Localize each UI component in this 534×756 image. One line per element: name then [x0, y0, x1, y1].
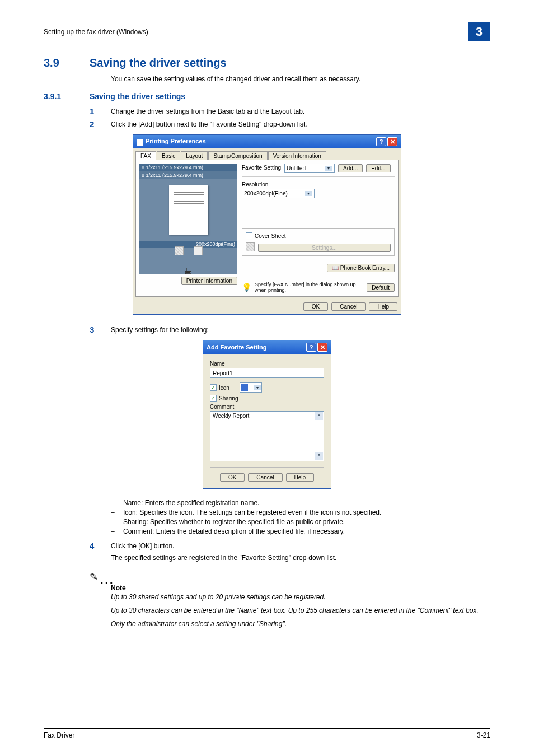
chevron-down-icon: ▾ [254, 385, 261, 390]
sharing-checkbox[interactable]: ✓ [210, 395, 217, 402]
printing-preferences-dialog: Printing Preferences ? ✕ FAX Basic Layou… [133, 134, 401, 315]
file-icon[interactable] [194, 246, 203, 255]
note-icon: ✎ [90, 571, 98, 583]
cancel-button[interactable]: Cancel [248, 473, 282, 482]
help-icon[interactable]: ? [376, 137, 386, 146]
paper-size-2: 8 1/2x11 (215.9x279.4 mm) [139, 171, 237, 179]
chevron-down-icon: ▾ [325, 166, 332, 171]
cover-sheet-icon [246, 242, 255, 251]
tab-basic[interactable]: Basic [157, 151, 180, 160]
step-2-text: Click the [Add] button next to the "Favo… [111, 119, 307, 129]
add-favorite-setting-dialog: Add Favorite Setting ? ✕ Name ✓ Icon ▾ [203, 340, 331, 489]
scroll-down-icon[interactable]: ▾ [315, 452, 323, 460]
paper-preview [139, 179, 237, 241]
step-2-number: 2 [90, 119, 111, 129]
phone-book-entry-button[interactable]: 📖 Phone Book Entry... [327, 264, 395, 272]
phone-book-icon: 📖 [332, 265, 339, 271]
subsection-title: Saving the driver settings [90, 92, 185, 101]
printer-information-button[interactable]: Printer Information [181, 277, 237, 285]
note-label: Note [111, 584, 490, 592]
chevron-down-icon: ▾ [305, 191, 312, 196]
step-4-number: 4 [90, 541, 111, 550]
close-icon[interactable]: ✕ [317, 343, 327, 352]
icon-checkbox[interactable]: ✓ [210, 384, 217, 391]
bullet-comment: Comment: Enters the detailed description… [123, 528, 345, 535]
footer-left: Fax Driver [44, 731, 74, 739]
subsection-number: 3.9.1 [44, 92, 90, 101]
edit-button[interactable]: Edit... [366, 164, 391, 172]
ok-button[interactable]: OK [220, 473, 245, 482]
document-icon [241, 384, 248, 391]
tab-fax[interactable]: FAX [135, 151, 156, 160]
section-title: Saving the driver settings [90, 57, 227, 69]
paper-size-1: 8 1/2x11 (215.9x279.4 mm) [139, 164, 237, 171]
section-intro: You can save the setting values of the c… [111, 75, 490, 83]
cancel-button[interactable]: Cancel [331, 302, 366, 311]
sharing-check-label: Sharing [219, 395, 238, 402]
bulb-icon: 💡 [242, 283, 251, 292]
comment-field[interactable]: Weekly Report ▴ ▾ [210, 411, 324, 461]
section-number: 3.9 [44, 57, 90, 69]
cover-sheet-label: Cover Sheet [255, 233, 286, 239]
bullet-sharing: Sharing: Specifies whether to register t… [123, 518, 345, 526]
chapter-number: 3 [468, 22, 490, 41]
step-4-text: Click the [OK] button. [111, 541, 174, 550]
printer-icon[interactable]: 🖶 [184, 267, 193, 276]
comment-label: Comment [210, 404, 324, 410]
bullet-name: Name: Enters the specified registration … [123, 499, 259, 507]
tab-layout[interactable]: Layout [181, 151, 208, 160]
default-button[interactable]: Default [367, 283, 395, 292]
icon-select[interactable]: ▾ [240, 382, 262, 393]
step-1-text: Change the driver settings from the Basi… [111, 106, 305, 116]
resolution-label: Resolution [242, 181, 395, 188]
step-3-number: 3 [90, 325, 111, 334]
step-1-number: 1 [90, 106, 111, 116]
favorite-setting-label: Favorite Setting [242, 165, 281, 171]
favorite-setting-select[interactable]: Untitled▾ [284, 164, 335, 173]
specify-text: Specify [FAX Number] in the dialog shown… [255, 282, 363, 293]
ok-button[interactable]: OK [303, 302, 328, 311]
scroll-up-icon[interactable]: ▴ [315, 412, 323, 420]
help-button[interactable]: Help [286, 473, 315, 482]
cover-settings-button[interactable]: Settings... [258, 244, 391, 252]
name-label: Name [210, 361, 324, 367]
dialog-title: Printing Preferences [137, 138, 206, 145]
layout-icon[interactable] [175, 246, 184, 255]
resolution-select[interactable]: 200x200dpi(Fine)▾ [242, 189, 315, 198]
name-field[interactable] [210, 368, 324, 378]
footer-right: 3-21 [477, 731, 490, 739]
note-1: Up to 30 shared settings and up to 20 pr… [111, 593, 490, 601]
step-4-result: The specified settings are registered in… [111, 554, 490, 562]
add-button[interactable]: Add... [338, 164, 363, 172]
breadcrumb: Setting up the fax driver (Windows) [44, 28, 148, 36]
note-2: Up to 30 characters can be entered in th… [111, 606, 490, 614]
cover-sheet-checkbox[interactable] [246, 232, 252, 239]
note-3: Only the administrator can select a sett… [111, 620, 490, 628]
step-3-text: Specify settings for the following: [111, 325, 209, 334]
note-dots: ... [100, 577, 115, 583]
bullet-icon: Icon: Specifies the icon. The settings c… [123, 508, 381, 516]
tab-version[interactable]: Version Information [268, 151, 326, 160]
tab-stamp[interactable]: Stamp/Composition [208, 151, 267, 160]
help-button[interactable]: Help [369, 302, 397, 311]
icon-check-label: Icon [219, 385, 229, 391]
close-icon[interactable]: ✕ [387, 137, 397, 146]
help-icon[interactable]: ? [306, 343, 316, 352]
cover-sheet-group: Cover Sheet Settings... [242, 228, 395, 256]
dialog-title: Add Favorite Setting [207, 344, 267, 351]
